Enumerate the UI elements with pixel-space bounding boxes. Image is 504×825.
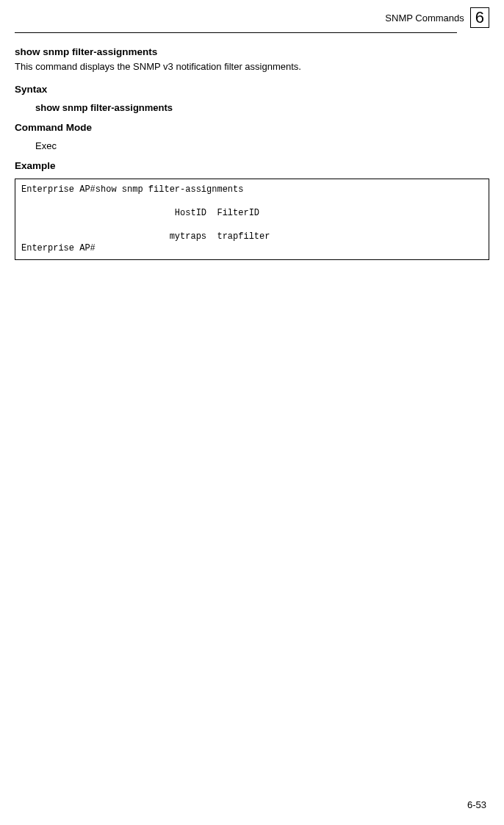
syntax-heading: Syntax (15, 84, 489, 95)
command-mode-heading: Command Mode (15, 122, 489, 133)
syntax-value: show snmp filter-assignments (35, 102, 489, 113)
page-number: 6-53 (467, 799, 486, 810)
page-header: SNMP Commands 6 (0, 0, 504, 32)
example-code-block: Enterprise AP#show snmp filter-assignmen… (15, 179, 489, 260)
example-heading: Example (15, 160, 489, 171)
header-section-title: SNMP Commands (385, 12, 464, 24)
page-content: show snmp filter-assignments This comman… (0, 33, 504, 260)
command-description: This command displays the SNMP v3 notifi… (15, 60, 489, 73)
command-title: show snmp filter-assignments (15, 46, 489, 57)
command-mode-value: Exec (35, 140, 489, 151)
chapter-number-box: 6 (470, 7, 489, 28)
